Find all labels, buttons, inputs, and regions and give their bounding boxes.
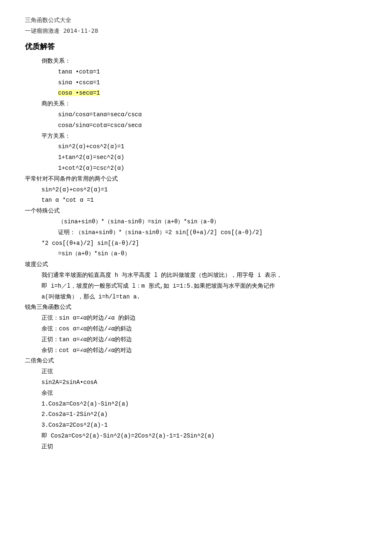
double-cosine-line-2: 2.Cos2a=1-2Sin^2(a) [25, 410, 367, 420]
double-cosine-line-1: 1.Cos2a=Cos^2(a)-Sin^2(a) [25, 399, 367, 409]
acute-header: 锐角三角函数公式 [25, 303, 367, 313]
reciprocal-line-3: cosα •secα=1 [25, 88, 367, 98]
page-title: 三角函数公式大全 [25, 17, 367, 24]
common-header: 平常针对不同条件的常用的两个公式 [25, 174, 367, 184]
common-line-2: tan α *cot α =1 [25, 196, 367, 205]
highlight-cos-sec: cosα •secα=1 [58, 90, 100, 96]
double-sine-line-1: sin2A=2sinA•cosA [25, 378, 367, 388]
special-line-2: 证明：（sina+sinθ）*（sina-sinθ）=2 sin[(θ+a)/2… [25, 228, 367, 238]
page-wrapper: 三角函数公式大全 一谜瘤痈激逄 2014-11-28 优质解答 倒数关系： ta… [25, 17, 367, 452]
quotient-header: 商的关系： [25, 99, 367, 109]
quotient-line-1: sinα/cosα=tanα=secα/cscα [25, 110, 367, 120]
special-line-3: *2 cos[(θ+a)/2] sin[(a-θ)/2] [25, 239, 367, 249]
double-tan-title: 正切 [25, 442, 367, 452]
special-line-4: =sin（a+θ）*sin（a-θ） [25, 249, 367, 259]
reciprocal-line-1: tanα •cotα=1 [25, 67, 367, 77]
double-header: 二倍角公式 [25, 356, 367, 366]
content-area: 倒数关系： tanα •cotα=1 sinα •cscα=1 cosα •se… [25, 56, 367, 452]
reciprocal-line-2: sinα •cscα=1 [25, 78, 367, 88]
acute-line-4: 余切：cot α=∠α的邻边/∠α的对边 [25, 346, 367, 356]
square-line-1: sin^2(α)+cos^2(α)=1 [25, 142, 367, 152]
double-sine-title: 正弦 [25, 367, 367, 377]
quotient-line-2: cosα/sinα=cotα=cscα/secα [25, 121, 367, 131]
double-cosine-line-4: 即 Cos2a=Cos^2(a)-Sin^2(a)=2Cos^2(a)-1=1-… [25, 431, 367, 441]
square-header: 平方关系： [25, 132, 367, 142]
slope-line-3: a(叫做坡角），那么 i=h/l=tan a. [25, 292, 367, 302]
page-meta: 一谜瘤痈激逄 2014-11-28 [25, 27, 367, 35]
acute-line-1: 正弦：sin α=∠α的对边/∠α 的斜边 [25, 313, 367, 323]
slope-line-2: 即 i=h／l，坡度的一般形式写成 l：m 形式,如 i=1:5.如果把坡面与水… [25, 281, 367, 291]
square-line-2: 1+tan^2(α)=sec^2(α) [25, 153, 367, 163]
square-line-3: 1+cot^2(α)=csc^2(α) [25, 164, 367, 174]
special-header: 一个特殊公式 [25, 206, 367, 216]
slope-header: 坡度公式 [25, 260, 367, 270]
reciprocal-header: 倒数关系： [25, 56, 367, 66]
quality-answer-title: 优质解答 [25, 42, 367, 51]
common-line-1: sin^2(α)+cos^2(α)=1 [25, 185, 367, 195]
acute-line-2: 余弦：cos α=∠α的邻边/∠α的斜边 [25, 324, 367, 334]
double-cosine-title: 余弦 [25, 389, 367, 399]
acute-line-3: 正切：tan α=∠α的对边/∠α的邻边 [25, 335, 367, 345]
double-cosine-line-3: 3.Cos2a=2Cos^2(a)-1 [25, 421, 367, 430]
slope-line-1: 我们通常半坡面的铅直高度 h 与水平高度 l 的比叫做坡度（也叫坡比），用字母 … [25, 271, 367, 281]
special-line-1: （sina+sinθ）*（sina-sinθ）=sin（a+θ）*sin（a-θ… [25, 217, 367, 227]
